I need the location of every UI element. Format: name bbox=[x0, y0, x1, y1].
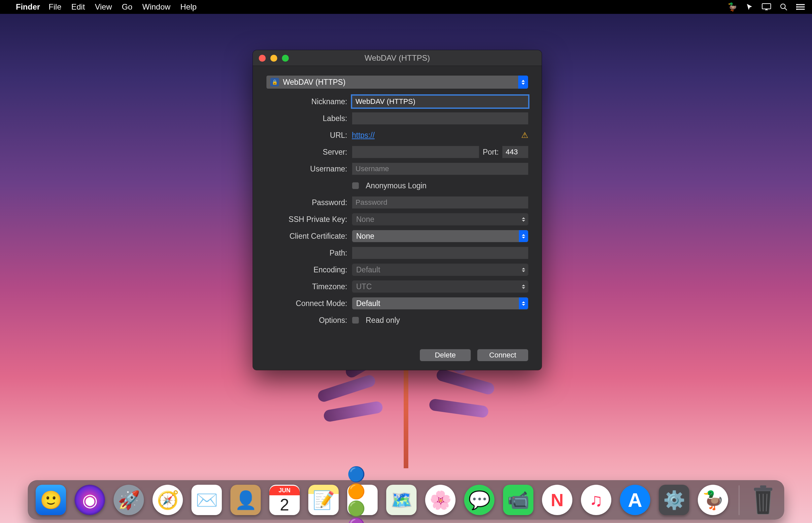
dock-separator bbox=[739, 485, 739, 515]
client-cert-select[interactable]: None bbox=[352, 230, 529, 242]
protocol-select[interactable]: 🔒 WebDAV (HTTPS) bbox=[266, 75, 529, 89]
read-only-label: Read only bbox=[366, 316, 400, 325]
timezone-select: UTC bbox=[352, 280, 529, 293]
dock-app-contacts[interactable]: 👤 bbox=[230, 485, 261, 515]
dock-app-finder[interactable]: 🙂 bbox=[36, 485, 66, 515]
dock-app-facetime[interactable]: 📹 bbox=[503, 485, 533, 515]
svg-rect-0 bbox=[762, 4, 771, 9]
password-input[interactable] bbox=[352, 196, 529, 209]
dock-app-safari[interactable]: 🧭 bbox=[153, 485, 183, 515]
menu-view[interactable]: View bbox=[95, 2, 112, 12]
menu-help[interactable]: Help bbox=[180, 2, 196, 12]
dock-app-reminders[interactable]: 🔵🟠🟢🟣 bbox=[347, 485, 378, 515]
svg-point-8 bbox=[796, 8, 797, 10]
labels-input[interactable] bbox=[352, 112, 529, 125]
timezone-label: Timezone: bbox=[266, 282, 352, 291]
dock-trash[interactable] bbox=[750, 485, 776, 515]
dock-app-messages[interactable]: 💬 bbox=[464, 485, 495, 515]
url-label: URL: bbox=[266, 131, 352, 140]
path-label: Path: bbox=[266, 249, 352, 257]
dock-app-mail[interactable]: ✉️ bbox=[191, 485, 222, 515]
menu-edit[interactable]: Edit bbox=[71, 2, 85, 12]
webdav-bookmark-window: WebDAV (HTTPS) 🔒 WebDAV (HTTPS) Nickname… bbox=[253, 50, 542, 370]
dropdown-arrows-icon bbox=[519, 213, 528, 225]
connect-button[interactable]: Connect bbox=[477, 349, 529, 361]
dock-app-cyberduck[interactable]: 🦆 bbox=[698, 485, 728, 515]
svg-rect-10 bbox=[760, 485, 766, 488]
connect-mode-value: Default bbox=[356, 299, 380, 308]
encoding-select: Default bbox=[352, 264, 529, 276]
connect-mode-select[interactable]: Default bbox=[352, 297, 529, 310]
url-warning-icon: ⚠︎ bbox=[521, 131, 529, 140]
delete-button[interactable]: Delete bbox=[419, 349, 471, 361]
svg-line-2 bbox=[784, 8, 787, 10]
client-cert-label: Client Certificate: bbox=[266, 232, 352, 241]
notification-center-icon[interactable] bbox=[796, 4, 805, 10]
dropdown-arrows-icon bbox=[519, 281, 528, 292]
username-label: Username: bbox=[266, 165, 352, 174]
menu-go[interactable]: Go bbox=[122, 2, 132, 12]
window-zoom-button[interactable] bbox=[282, 55, 289, 62]
dropdown-arrows-icon bbox=[519, 230, 528, 242]
path-input[interactable] bbox=[352, 247, 529, 259]
svg-rect-9 bbox=[754, 488, 772, 491]
window-close-button[interactable] bbox=[259, 55, 266, 62]
port-label: Port: bbox=[483, 148, 499, 157]
encoding-value: Default bbox=[356, 266, 380, 274]
svg-point-1 bbox=[781, 4, 785, 8]
menu-bar: Finder File Edit View Go Window Help 🦆 bbox=[0, 0, 812, 14]
menu-bar-tray: 🦆 bbox=[727, 2, 805, 12]
dock-app-system-preferences[interactable]: ⚙️ bbox=[659, 485, 689, 515]
svg-point-6 bbox=[796, 4, 797, 5]
cyberduck-tray-icon[interactable]: 🦆 bbox=[727, 2, 738, 12]
nickname-label: Nickname: bbox=[266, 97, 352, 106]
nickname-input[interactable] bbox=[352, 95, 529, 108]
server-label: Server: bbox=[266, 148, 352, 157]
timezone-value: UTC bbox=[356, 282, 372, 291]
anonymous-login-checkbox[interactable] bbox=[352, 182, 359, 189]
spotlight-icon[interactable] bbox=[780, 3, 788, 11]
labels-label: Labels: bbox=[266, 114, 352, 123]
dock: 🙂 ◉ 🚀 🧭 ✉️ 👤 JUN 2 📝 🔵🟠🟢🟣 🗺️ 🌸 💬 📹 N ♫ A… bbox=[28, 480, 784, 520]
ssh-key-select: None bbox=[352, 213, 529, 226]
dropdown-arrows-icon bbox=[519, 297, 528, 309]
protocol-select-value: WebDAV (HTTPS) bbox=[283, 78, 346, 87]
anonymous-login-label: Anonymous Login bbox=[366, 181, 427, 190]
screen-mirroring-icon[interactable] bbox=[762, 3, 771, 11]
ssh-key-value: None bbox=[356, 215, 374, 224]
window-title: WebDAV (HTTPS) bbox=[365, 53, 430, 62]
cursor-tray-icon[interactable] bbox=[746, 3, 753, 11]
dock-app-appstore[interactable]: A bbox=[620, 485, 650, 515]
username-input[interactable] bbox=[352, 163, 529, 175]
server-input[interactable] bbox=[352, 146, 479, 158]
window-titlebar[interactable]: WebDAV (HTTPS) bbox=[253, 50, 542, 66]
window-minimize-button[interactable] bbox=[270, 55, 277, 62]
ssh-key-label: SSH Private Key: bbox=[266, 215, 352, 224]
dock-app-notes[interactable]: 📝 bbox=[308, 485, 339, 515]
calendar-month: JUN bbox=[269, 486, 300, 495]
dock-app-calendar[interactable]: JUN 2 bbox=[269, 485, 300, 515]
dock-app-photos[interactable]: 🌸 bbox=[425, 485, 455, 515]
url-link[interactable]: https:// bbox=[352, 131, 375, 140]
calendar-day: 2 bbox=[280, 495, 289, 515]
client-cert-value: None bbox=[356, 232, 374, 241]
svg-point-7 bbox=[796, 6, 797, 7]
read-only-checkbox[interactable] bbox=[352, 317, 359, 324]
dock-app-news[interactable]: N bbox=[542, 485, 572, 515]
menu-file[interactable]: File bbox=[49, 2, 62, 12]
dock-app-maps[interactable]: 🗺️ bbox=[386, 485, 417, 515]
dropdown-arrows-icon bbox=[518, 75, 528, 89]
encoding-label: Encoding: bbox=[266, 266, 352, 274]
menu-window[interactable]: Window bbox=[142, 2, 170, 12]
dock-app-siri[interactable]: ◉ bbox=[74, 485, 105, 515]
dropdown-arrows-icon bbox=[519, 264, 528, 276]
password-label: Password: bbox=[266, 198, 352, 207]
dock-app-music[interactable]: ♫ bbox=[581, 485, 611, 515]
port-input[interactable] bbox=[502, 146, 529, 158]
webdav-protocol-icon: 🔒 bbox=[270, 78, 279, 86]
dock-app-launchpad[interactable]: 🚀 bbox=[114, 485, 144, 515]
options-label: Options: bbox=[266, 316, 352, 325]
menu-app-name[interactable]: Finder bbox=[16, 2, 40, 12]
connect-mode-label: Connect Mode: bbox=[266, 299, 352, 308]
